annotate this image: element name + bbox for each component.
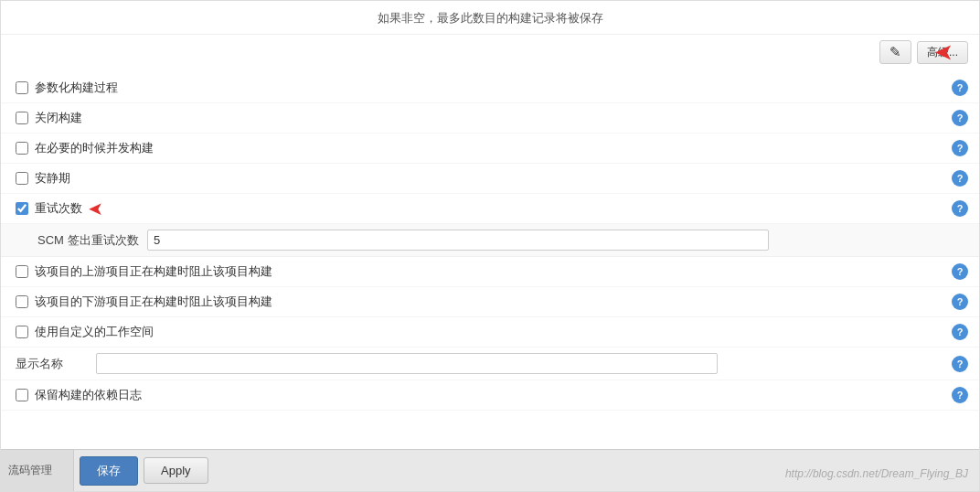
quiet-checkbox[interactable] — [16, 172, 28, 185]
display-name-help[interactable]: ? — [952, 356, 968, 372]
quiet-label[interactable]: 安静期 — [16, 170, 968, 187]
upstream-text: 该项目的上游项目正在构建时阻止该项目构建 — [35, 263, 272, 280]
concurrent-text: 在必要的时候并发构建 — [35, 140, 154, 156]
disable-checkbox[interactable] — [16, 112, 28, 124]
upstream-label[interactable]: 该项目的上游项目正在构建时阻止该项目构建 — [16, 263, 968, 280]
help-q-6: ? — [957, 266, 964, 277]
display-name-input[interactable] — [96, 353, 718, 374]
concurrent-help[interactable]: ? — [952, 140, 968, 156]
downstream-help[interactable]: ? — [952, 294, 968, 310]
help-q-8: ? — [957, 326, 964, 337]
save-toolbar-button[interactable]: ✎ — [879, 40, 911, 64]
footer-section-label: 流码管理 — [1, 450, 74, 491]
option-row-workspace: 使用自定义的工作空间 ? — [1, 317, 979, 348]
retry-help[interactable]: ? — [952, 200, 968, 217]
workspace-label[interactable]: 使用自定义的工作空间 — [16, 324, 968, 340]
red-arrow-2: ➤ — [88, 198, 103, 219]
scm-retry-row: SCM 签出重试次数 — [1, 224, 979, 257]
help-q-1: ? — [957, 82, 964, 93]
display-name-row: 显示名称 ? — [1, 348, 979, 380]
help-q-10: ? — [957, 390, 964, 401]
option-row-upstream: 该项目的上游项目正在构建时阻止该项目构建 ? — [1, 257, 979, 287]
retry-checkbox[interactable] — [16, 202, 28, 215]
concurrent-label[interactable]: 在必要的时候并发构建 — [16, 140, 968, 156]
dep-log-text: 保留构建的依赖日志 — [35, 387, 142, 403]
dep-log-label[interactable]: 保留构建的依赖日志 — [16, 387, 968, 403]
concurrent-checkbox[interactable] — [16, 142, 28, 155]
option-row-downstream: 该项目的下游项目正在构建时阻止该项目构建 ? — [1, 287, 979, 317]
option-row-parameterize: 参数化构建过程 ? — [1, 73, 979, 103]
help-q-3: ? — [957, 143, 964, 154]
dep-log-checkbox[interactable] — [16, 389, 28, 401]
disable-help[interactable]: ? — [952, 110, 968, 126]
toolbar-row: ✎ 高级... — [1, 35, 979, 70]
info-bar: 如果非空，最多此数目的构建记录将被保存 — [1, 1, 979, 35]
disable-text: 关闭构建 — [35, 110, 82, 126]
red-arrow-1: ➤ — [935, 43, 952, 63]
section-label-text: 流码管理 — [8, 463, 52, 478]
option-row-quiet: 安静期 ? — [1, 164, 979, 194]
parameterize-label[interactable]: 参数化构建过程 — [16, 80, 968, 96]
save-button[interactable]: 保存 — [80, 456, 138, 486]
main-container: 如果非空，最多此数目的构建记录将被保存 ✎ 高级... ➤ 参数化构建过程 ? — [0, 0, 980, 492]
disable-label[interactable]: 关闭构建 — [16, 110, 968, 126]
option-row-retry: 重试次数 ? ➤ — [1, 194, 979, 224]
watermark: http://blog.csdn.net/Dream_Flying_BJ — [785, 467, 968, 480]
help-q-7: ? — [957, 296, 964, 307]
apply-button[interactable]: Apply — [144, 457, 208, 484]
downstream-checkbox[interactable] — [16, 295, 28, 308]
help-q-9: ? — [957, 358, 964, 369]
scm-retry-input[interactable] — [147, 230, 769, 251]
content-area: 参数化构建过程 ? 关闭构建 ? 在必要的时候并发构建 ? — [1, 70, 979, 411]
info-text: 如果非空，最多此数目的构建记录将被保存 — [378, 11, 603, 25]
workspace-help[interactable]: ? — [952, 324, 968, 340]
downstream-text: 该项目的下游项目正在构建时阻止该项目构建 — [35, 294, 272, 310]
parameterize-text: 参数化构建过程 — [35, 80, 118, 96]
parameterize-checkbox[interactable] — [16, 81, 28, 94]
quiet-text: 安静期 — [35, 170, 70, 187]
display-name-label: 显示名称 — [16, 356, 89, 372]
workspace-checkbox[interactable] — [16, 326, 28, 338]
save-label: 保存 — [97, 464, 121, 477]
apply-label: Apply — [161, 464, 191, 477]
dep-log-help[interactable]: ? — [952, 387, 968, 403]
scm-retry-label: SCM 签出重试次数 — [37, 232, 147, 249]
option-row-disable: 关闭构建 ? — [1, 103, 979, 134]
option-row-concurrent: 在必要的时候并发构建 ? — [1, 134, 979, 164]
help-q-4: ? — [957, 173, 964, 184]
retry-label[interactable]: 重试次数 — [16, 200, 968, 217]
watermark-text: http://blog.csdn.net/Dream_Flying_BJ — [785, 467, 968, 480]
pencil-icon: ✎ — [889, 44, 901, 60]
downstream-label[interactable]: 该项目的下游项目正在构建时阻止该项目构建 — [16, 294, 968, 310]
upstream-checkbox[interactable] — [16, 265, 28, 278]
help-q-2: ? — [957, 112, 964, 123]
upstream-help[interactable]: ? — [952, 263, 968, 280]
option-row-dep-log: 保留构建的依赖日志 ? — [1, 380, 979, 411]
parameterize-help[interactable]: ? — [952, 80, 968, 96]
retry-text: 重试次数 — [35, 200, 82, 217]
workspace-text: 使用自定义的工作空间 — [35, 324, 154, 340]
quiet-help[interactable]: ? — [952, 170, 968, 187]
help-q-5: ? — [957, 203, 964, 214]
